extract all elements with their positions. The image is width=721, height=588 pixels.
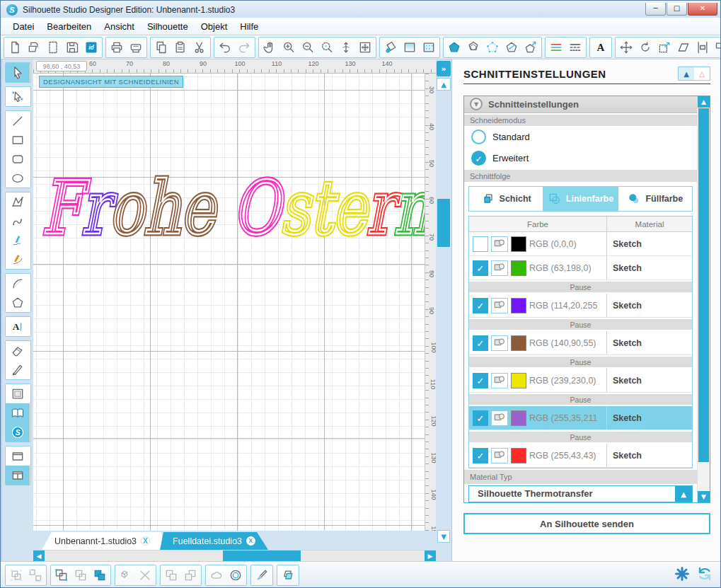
collapse-section-icon[interactable]: ▼ — [470, 98, 483, 110]
mode-option-standard[interactable]: Standard — [464, 126, 697, 147]
arc-tool[interactable] — [6, 274, 30, 293]
pan-button[interactable] — [260, 38, 279, 57]
delete-button[interactable] — [136, 566, 154, 584]
cut-test-button[interactable] — [491, 335, 508, 351]
cut-test-button[interactable] — [491, 260, 508, 276]
title-bar[interactable]: S Silhouette Studio Designer Edition: Un… — [1, 1, 720, 18]
weld-button[interactable] — [207, 566, 226, 584]
line-tool[interactable] — [6, 111, 30, 130]
new-document-button[interactable] — [6, 38, 24, 57]
color-row[interactable]: ✓RGB (255,35,211Sketch — [469, 406, 692, 430]
fill-pattern-button[interactable] — [420, 38, 438, 57]
polygon-fill-button[interactable] — [445, 38, 463, 57]
scroll-up-icon[interactable]: ▲ — [437, 78, 451, 91]
document-tab-2[interactable]: Fuelldatei.studio3X — [160, 532, 270, 550]
cut-test-button[interactable] — [491, 410, 508, 426]
menu-objekt[interactable]: Objekt — [195, 19, 234, 34]
cut-test-button[interactable] — [491, 236, 508, 252]
tab-close-icon[interactable]: X — [141, 536, 150, 546]
fill-picker-button[interactable] — [253, 566, 271, 584]
library-view-tool[interactable] — [6, 403, 30, 422]
h-scroll-track[interactable] — [45, 550, 425, 561]
mode-option-erweitert[interactable]: ✓Erweitert — [464, 147, 697, 168]
knife-tool[interactable] — [6, 360, 30, 379]
material-cell[interactable]: Sketch — [607, 232, 692, 255]
order-tab-linienfarbe[interactable]: Linienfarbe — [543, 187, 618, 211]
polygon-points-button[interactable] — [483, 38, 502, 57]
checkbox-checked-icon[interactable]: ✓ — [473, 448, 488, 463]
scroll-left-icon[interactable]: ◀ — [33, 550, 45, 561]
window-single-tool[interactable] — [6, 446, 30, 466]
offset-button[interactable] — [226, 566, 245, 584]
checkbox-checked-icon[interactable]: ✓ — [473, 335, 488, 351]
material-cell[interactable]: Sketch — [607, 444, 692, 467]
color-swatch[interactable] — [511, 410, 526, 426]
menu-datei[interactable]: Datei — [6, 19, 40, 34]
text-tool-tool[interactable]: A — [6, 317, 30, 336]
tab-close-icon[interactable]: X — [246, 536, 255, 546]
undo-button[interactable] — [216, 38, 234, 57]
document-tab-1[interactable]: Unbenannt-1.studio3X — [42, 532, 164, 550]
select-tool[interactable] — [6, 63, 30, 82]
send-to-cutter-button[interactable] — [127, 38, 145, 57]
paste-button[interactable] — [171, 38, 190, 57]
scroll-down-icon[interactable]: ▼ — [437, 530, 450, 543]
ungroup-button[interactable] — [26, 566, 45, 584]
cut-button[interactable] — [190, 38, 209, 57]
cut-test-button[interactable] — [491, 448, 508, 463]
menu-bearbeiten[interactable]: Bearbeiten — [40, 19, 98, 34]
scale-button[interactable] — [655, 38, 674, 57]
color-swatch[interactable] — [511, 260, 526, 276]
panel-scroll-thumb[interactable] — [698, 108, 709, 462]
frohe-ostern-artwork[interactable]: Frohe OsternFrohe Ostern — [40, 171, 436, 255]
checkbox-checked-icon[interactable]: ✓ — [473, 260, 488, 276]
document-button[interactable] — [44, 38, 62, 57]
order-tab-schicht[interactable]: Schicht — [469, 187, 543, 211]
shear-button[interactable] — [674, 38, 693, 57]
rect-tool[interactable] — [6, 130, 30, 149]
fill-gradient-button[interactable] — [400, 38, 419, 57]
sync-button[interactable] — [696, 565, 713, 585]
color-swatch[interactable] — [511, 298, 526, 313]
group-button[interactable] — [7, 566, 25, 584]
material-cell[interactable]: Sketch — [607, 294, 692, 317]
checkbox-checked-icon[interactable]: ✓ — [473, 373, 488, 388]
fit-page-button[interactable] — [356, 38, 374, 57]
panel-scroll-up-icon[interactable]: ▲ — [698, 96, 710, 108]
polygon-tool[interactable] — [6, 192, 30, 212]
save-to-library-button[interactable]: id — [82, 38, 100, 57]
line-color-button[interactable] — [547, 38, 565, 57]
polygon-layers-button[interactable] — [464, 38, 483, 57]
eraser-tool[interactable] — [6, 341, 30, 360]
menu-ansicht[interactable]: Ansicht — [98, 19, 141, 34]
save-button[interactable] — [63, 38, 81, 57]
ellipse-tool[interactable] — [6, 168, 30, 188]
copy-button[interactable] — [152, 38, 171, 57]
draw-blue-tool[interactable] — [6, 231, 30, 250]
panel-expand-button[interactable]: » — [437, 61, 451, 76]
align-button[interactable] — [693, 38, 712, 57]
color-swatch[interactable] — [511, 236, 526, 252]
color-row[interactable]: RGB (0,0,0)Sketch — [469, 232, 692, 256]
point-edit-tool[interactable] — [6, 87, 30, 106]
checkbox-unchecked-icon[interactable] — [473, 236, 488, 252]
material-scroll-up-icon[interactable]: ▲ — [675, 486, 692, 502]
compound-mid-button[interactable] — [71, 566, 90, 584]
redo-button[interactable] — [235, 38, 253, 57]
material-select[interactable]: Silhouette Thermotransfer ▲ — [468, 485, 693, 502]
zoom-out-button[interactable] — [299, 38, 317, 57]
color-row[interactable]: ✓RGB (239,230,0)Sketch — [469, 369, 692, 393]
panel-scroll-up2-button[interactable]: △ — [694, 67, 710, 80]
open-document-button[interactable] — [25, 38, 43, 57]
scroll-right-icon[interactable]: ▶ — [425, 550, 436, 561]
polygon-offset-button[interactable] — [521, 38, 540, 57]
h-scroll-thumb[interactable] — [223, 550, 301, 561]
polygon-edit-button[interactable] — [502, 38, 521, 57]
pentagon-tool[interactable] — [6, 293, 30, 312]
fill-color-button[interactable] — [381, 38, 400, 57]
store-tool[interactable]: S — [6, 422, 30, 442]
v-scroll-thumb[interactable] — [437, 199, 450, 247]
material-cell[interactable]: Sketch — [607, 406, 692, 430]
draw-orange-tool[interactable] — [6, 250, 30, 269]
material-cell[interactable]: Sketch — [607, 331, 692, 354]
